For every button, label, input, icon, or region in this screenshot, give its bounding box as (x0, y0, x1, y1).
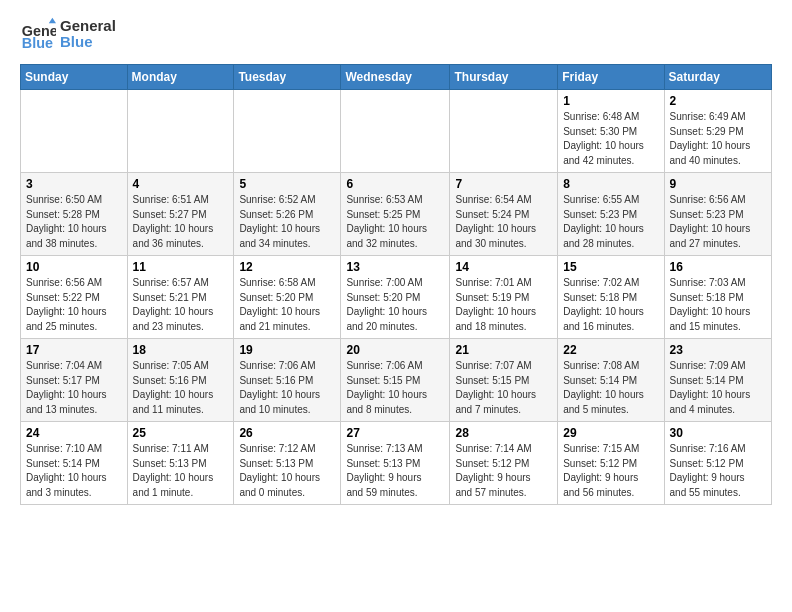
day-info: Sunrise: 7:16 AM Sunset: 5:12 PM Dayligh… (670, 442, 766, 500)
day-info: Sunrise: 6:55 AM Sunset: 5:23 PM Dayligh… (563, 193, 658, 251)
day-cell (450, 90, 558, 173)
day-cell (341, 90, 450, 173)
day-info: Sunrise: 7:12 AM Sunset: 5:13 PM Dayligh… (239, 442, 335, 500)
svg-text:Blue: Blue (22, 35, 53, 51)
svg-marker-2 (49, 18, 56, 23)
day-number: 13 (346, 260, 444, 274)
day-cell: 15Sunrise: 7:02 AM Sunset: 5:18 PM Dayli… (558, 256, 664, 339)
day-cell: 14Sunrise: 7:01 AM Sunset: 5:19 PM Dayli… (450, 256, 558, 339)
day-info: Sunrise: 7:05 AM Sunset: 5:16 PM Dayligh… (133, 359, 229, 417)
day-cell: 19Sunrise: 7:06 AM Sunset: 5:16 PM Dayli… (234, 339, 341, 422)
logo-icon: General Blue (20, 16, 56, 52)
day-number: 24 (26, 426, 122, 440)
day-info: Sunrise: 7:01 AM Sunset: 5:19 PM Dayligh… (455, 276, 552, 334)
weekday-header-thursday: Thursday (450, 65, 558, 90)
day-cell: 4Sunrise: 6:51 AM Sunset: 5:27 PM Daylig… (127, 173, 234, 256)
day-info: Sunrise: 7:09 AM Sunset: 5:14 PM Dayligh… (670, 359, 766, 417)
day-cell: 30Sunrise: 7:16 AM Sunset: 5:12 PM Dayli… (664, 422, 771, 505)
day-number: 30 (670, 426, 766, 440)
week-row-1: 1Sunrise: 6:48 AM Sunset: 5:30 PM Daylig… (21, 90, 772, 173)
day-cell (234, 90, 341, 173)
week-row-2: 3Sunrise: 6:50 AM Sunset: 5:28 PM Daylig… (21, 173, 772, 256)
day-number: 9 (670, 177, 766, 191)
weekday-header-sunday: Sunday (21, 65, 128, 90)
day-cell: 5Sunrise: 6:52 AM Sunset: 5:26 PM Daylig… (234, 173, 341, 256)
header: General Blue General Blue (20, 16, 772, 52)
day-cell: 23Sunrise: 7:09 AM Sunset: 5:14 PM Dayli… (664, 339, 771, 422)
day-number: 2 (670, 94, 766, 108)
day-cell: 11Sunrise: 6:57 AM Sunset: 5:21 PM Dayli… (127, 256, 234, 339)
week-row-4: 17Sunrise: 7:04 AM Sunset: 5:17 PM Dayli… (21, 339, 772, 422)
day-number: 29 (563, 426, 658, 440)
day-number: 16 (670, 260, 766, 274)
day-info: Sunrise: 7:15 AM Sunset: 5:12 PM Dayligh… (563, 442, 658, 500)
day-number: 3 (26, 177, 122, 191)
day-cell: 20Sunrise: 7:06 AM Sunset: 5:15 PM Dayli… (341, 339, 450, 422)
day-info: Sunrise: 7:03 AM Sunset: 5:18 PM Dayligh… (670, 276, 766, 334)
day-cell: 17Sunrise: 7:04 AM Sunset: 5:17 PM Dayli… (21, 339, 128, 422)
day-info: Sunrise: 7:07 AM Sunset: 5:15 PM Dayligh… (455, 359, 552, 417)
day-cell: 9Sunrise: 6:56 AM Sunset: 5:23 PM Daylig… (664, 173, 771, 256)
day-info: Sunrise: 6:54 AM Sunset: 5:24 PM Dayligh… (455, 193, 552, 251)
day-info: Sunrise: 7:06 AM Sunset: 5:15 PM Dayligh… (346, 359, 444, 417)
day-number: 18 (133, 343, 229, 357)
day-info: Sunrise: 7:06 AM Sunset: 5:16 PM Dayligh… (239, 359, 335, 417)
weekday-header-monday: Monday (127, 65, 234, 90)
day-info: Sunrise: 6:52 AM Sunset: 5:26 PM Dayligh… (239, 193, 335, 251)
day-cell: 27Sunrise: 7:13 AM Sunset: 5:13 PM Dayli… (341, 422, 450, 505)
day-cell: 3Sunrise: 6:50 AM Sunset: 5:28 PM Daylig… (21, 173, 128, 256)
day-info: Sunrise: 7:14 AM Sunset: 5:12 PM Dayligh… (455, 442, 552, 500)
day-number: 23 (670, 343, 766, 357)
day-info: Sunrise: 6:58 AM Sunset: 5:20 PM Dayligh… (239, 276, 335, 334)
day-number: 7 (455, 177, 552, 191)
day-cell: 12Sunrise: 6:58 AM Sunset: 5:20 PM Dayli… (234, 256, 341, 339)
week-row-5: 24Sunrise: 7:10 AM Sunset: 5:14 PM Dayli… (21, 422, 772, 505)
day-cell: 10Sunrise: 6:56 AM Sunset: 5:22 PM Dayli… (21, 256, 128, 339)
day-number: 14 (455, 260, 552, 274)
day-cell: 8Sunrise: 6:55 AM Sunset: 5:23 PM Daylig… (558, 173, 664, 256)
day-number: 25 (133, 426, 229, 440)
day-number: 6 (346, 177, 444, 191)
day-info: Sunrise: 7:13 AM Sunset: 5:13 PM Dayligh… (346, 442, 444, 500)
day-cell: 16Sunrise: 7:03 AM Sunset: 5:18 PM Dayli… (664, 256, 771, 339)
day-cell: 1Sunrise: 6:48 AM Sunset: 5:30 PM Daylig… (558, 90, 664, 173)
day-number: 22 (563, 343, 658, 357)
day-info: Sunrise: 7:00 AM Sunset: 5:20 PM Dayligh… (346, 276, 444, 334)
day-cell: 24Sunrise: 7:10 AM Sunset: 5:14 PM Dayli… (21, 422, 128, 505)
logo-text: General Blue (60, 18, 116, 51)
day-number: 1 (563, 94, 658, 108)
day-number: 17 (26, 343, 122, 357)
day-info: Sunrise: 6:53 AM Sunset: 5:25 PM Dayligh… (346, 193, 444, 251)
day-info: Sunrise: 7:11 AM Sunset: 5:13 PM Dayligh… (133, 442, 229, 500)
weekday-header-row: SundayMondayTuesdayWednesdayThursdayFrid… (21, 65, 772, 90)
weekday-header-tuesday: Tuesday (234, 65, 341, 90)
day-number: 8 (563, 177, 658, 191)
weekday-header-friday: Friday (558, 65, 664, 90)
day-info: Sunrise: 7:02 AM Sunset: 5:18 PM Dayligh… (563, 276, 658, 334)
day-number: 12 (239, 260, 335, 274)
day-number: 5 (239, 177, 335, 191)
day-info: Sunrise: 7:08 AM Sunset: 5:14 PM Dayligh… (563, 359, 658, 417)
day-number: 28 (455, 426, 552, 440)
day-number: 27 (346, 426, 444, 440)
day-cell: 29Sunrise: 7:15 AM Sunset: 5:12 PM Dayli… (558, 422, 664, 505)
day-info: Sunrise: 6:56 AM Sunset: 5:22 PM Dayligh… (26, 276, 122, 334)
day-info: Sunrise: 7:04 AM Sunset: 5:17 PM Dayligh… (26, 359, 122, 417)
day-info: Sunrise: 6:50 AM Sunset: 5:28 PM Dayligh… (26, 193, 122, 251)
day-cell: 18Sunrise: 7:05 AM Sunset: 5:16 PM Dayli… (127, 339, 234, 422)
day-number: 15 (563, 260, 658, 274)
day-cell (21, 90, 128, 173)
day-cell: 26Sunrise: 7:12 AM Sunset: 5:13 PM Dayli… (234, 422, 341, 505)
day-info: Sunrise: 7:10 AM Sunset: 5:14 PM Dayligh… (26, 442, 122, 500)
day-number: 4 (133, 177, 229, 191)
day-number: 21 (455, 343, 552, 357)
day-cell (127, 90, 234, 173)
day-cell: 7Sunrise: 6:54 AM Sunset: 5:24 PM Daylig… (450, 173, 558, 256)
day-info: Sunrise: 6:48 AM Sunset: 5:30 PM Dayligh… (563, 110, 658, 168)
day-cell: 6Sunrise: 6:53 AM Sunset: 5:25 PM Daylig… (341, 173, 450, 256)
day-number: 20 (346, 343, 444, 357)
day-info: Sunrise: 6:56 AM Sunset: 5:23 PM Dayligh… (670, 193, 766, 251)
day-cell: 25Sunrise: 7:11 AM Sunset: 5:13 PM Dayli… (127, 422, 234, 505)
day-cell: 21Sunrise: 7:07 AM Sunset: 5:15 PM Dayli… (450, 339, 558, 422)
week-row-3: 10Sunrise: 6:56 AM Sunset: 5:22 PM Dayli… (21, 256, 772, 339)
